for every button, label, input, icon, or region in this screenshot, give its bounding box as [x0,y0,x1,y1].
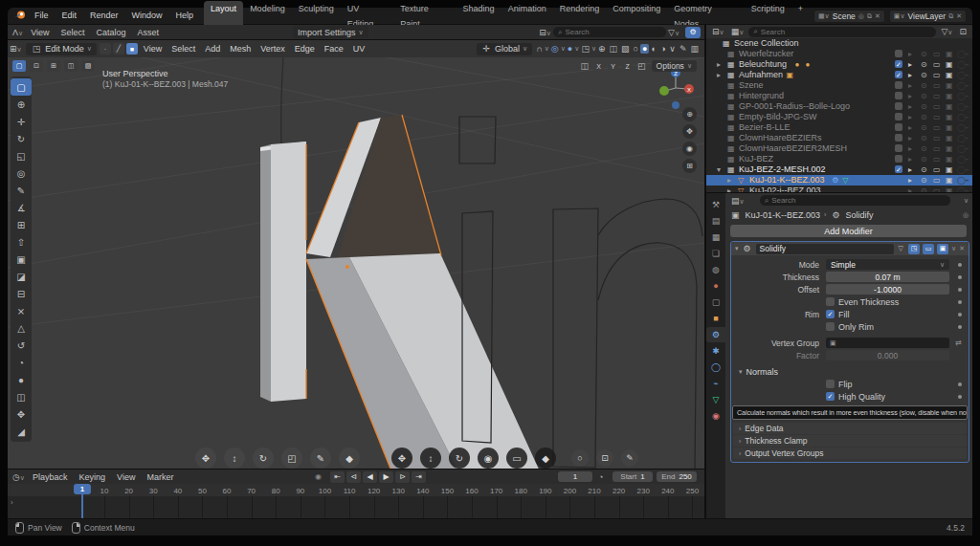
mirror-y-button[interactable]: Y [608,61,618,72]
collection-checkbox[interactable] [895,113,902,120]
eye-icon[interactable]: ⊙ [921,59,927,70]
viewport-3d[interactable]: Z X ⊞∨ ◳ Edit Mode∨ ·╱■ ViewSelectAddMes… [8,40,704,469]
outliner-item-name[interactable]: Szene [739,80,764,91]
tool-smooth[interactable]: ● [11,371,32,388]
shading-solid-icon[interactable]: ● [640,44,649,54]
overlay-pan-button[interactable]: ✥ [195,448,216,469]
tool-bevel[interactable]: ◪ [11,268,32,285]
camera-view-icon[interactable]: ◉ [682,142,697,156]
tool-transform[interactable]: ◎ [11,164,32,182]
eye-icon[interactable]: ⊙ [921,49,927,59]
camera-icon[interactable]: ▣ [946,70,953,80]
play-reverse-button[interactable]: ◀ [363,471,377,483]
camera-icon[interactable]: ▣ [946,101,953,112]
tool-loop-cut[interactable]: ⊟ [11,285,32,302]
overlay-screen-button[interactable]: ▭ [506,448,527,469]
tab-world[interactable]: ● [706,278,725,294]
collection-checkbox[interactable]: ✓ [895,71,902,78]
eye-icon[interactable]: ⊙ [921,133,927,143]
current-frame-badge[interactable]: 1 [74,484,91,494]
collection-checkbox[interactable] [895,102,902,110]
camera-icon[interactable]: ▣ [946,112,953,122]
restriction-icon[interactable]: ⌁ [965,164,969,175]
scene-selector[interactable]: ▦∨ Scene ◎ ⧉ ✕ [813,10,885,23]
tab-modifiers[interactable]: ⚙ [706,327,725,342]
overlay-move-button[interactable]: ↕ [420,448,441,469]
outliner-row[interactable]: ▦ClownHaareBEZIERs▸⊙▭▣◯⌁ [706,133,972,143]
tab-render[interactable]: ▤ [706,213,725,229]
orientation-dropdown[interactable]: ✛ Global∨ [477,43,533,55]
filter-icon[interactable]: ▽∨ [939,27,954,36]
tab-object[interactable]: ■ [706,311,725,326]
menu-select[interactable]: Select [56,28,91,37]
tool-spin-duplicates[interactable]: ◔ [11,354,32,371]
zoom-icon[interactable]: ⊕ [682,107,697,121]
outliner-row[interactable]: ▦Empty-Bild-JPG-SW▸⊙▭▣◯⌁ [706,112,972,122]
tool-measure[interactable]: ∡ [11,199,32,216]
section-thickness-clamp[interactable]: ›Thickness Clamp [733,435,967,447]
tool-select-intersect[interactable]: ▨ [81,60,95,72]
menu-face[interactable]: Face [320,44,348,54]
overlay-rotate-button[interactable]: ↻ [449,448,470,469]
outliner-item-name[interactable]: ClownHaareBEZIERs [739,133,822,143]
outliner-row[interactable]: ▸▽KuJ-02-i--BEZ.003▸⊙▭▣◯⌁ [706,186,972,192]
modifier-name-field[interactable]: Solidify [756,244,894,254]
disclosure-icon[interactable]: ▸ [727,175,731,186]
camera-icon[interactable]: ▣ [946,59,953,70]
tool-shrink-fatten[interactable]: ✥ [11,405,32,423]
menu-vertex[interactable]: Vertex [256,44,290,54]
mode-dropdown[interactable]: ◳ Edit Mode∨ [26,43,97,55]
outliner-row[interactable]: ▦ClownHaareBEZIER2MESH▸⊙▭▣◯⌁ [706,143,972,154]
shading-wireframe-icon[interactable]: ○ [632,44,640,54]
pin-icon[interactable]: ◎ [963,211,969,219]
cursor-icon[interactable]: ▸ [908,154,912,164]
camera-icon[interactable]: ▣ [946,49,953,59]
expand-icon[interactable]: ▾ [735,245,739,252]
collection-checkbox[interactable] [895,81,902,89]
overlay-camera-button[interactable]: ◉ [478,448,499,469]
camera-icon[interactable]: ▣ [946,91,953,101]
display-render-icon[interactable]: ▣ [937,244,948,254]
new-collection-icon[interactable]: ⊡ [957,27,969,36]
restriction-icon[interactable]: ⌁ [965,80,969,91]
overlay-frame-all-button[interactable]: ⊡ [596,449,613,467]
timeline-tracks[interactable]: › [8,496,704,518]
cursor-icon[interactable]: ▸ [908,175,912,186]
outliner-row[interactable]: ▸▽KuJ-01-K--BEZ.003⚙▽▸⊙▭▣◯⌁ [706,175,972,186]
overlay-move-button[interactable]: ↕ [224,448,245,469]
tool-poly-build[interactable]: △ [11,319,32,337]
invert-vertex-group-icon[interactable]: ⇄ [955,339,962,347]
overlay-pan-button[interactable]: ✥ [391,448,412,469]
menu-uv[interactable]: UV [348,44,370,54]
restriction-icon[interactable]: ⌁ [965,49,969,59]
outliner-item-name[interactable]: ClownHaareBEZIER2MESH [739,143,847,154]
screen-icon[interactable]: ▭ [933,186,941,192]
outliner-item-name[interactable]: Scene Collection [734,38,799,49]
restriction-icon[interactable]: ⌁ [965,101,969,112]
disclosure-icon[interactable]: ▸ [727,186,731,192]
menu-marker[interactable]: Marker [141,472,179,482]
cursor-icon[interactable]: ▸ [908,112,912,122]
delete-viewlayer-icon[interactable]: ✕ [956,12,962,20]
breadcrumb-object[interactable]: KuJ-01-K--BEZ.003 [746,210,821,220]
high-quality-checkbox[interactable]: ✓ [826,392,835,401]
disclosure-icon[interactable]: ▾ [717,164,721,175]
orthographic-icon[interactable]: ⊞ [682,159,697,173]
collection-checkbox[interactable] [895,155,902,163]
outliner-row[interactable]: ▦Hintergrund▸⊙▭▣◯⌁ [706,91,972,101]
blender-logo-icon[interactable] [8,10,28,22]
extras-dropdown-icon[interactable]: ∨ [951,245,956,252]
viewlayer-selector[interactable]: ▣∨ ViewLayer ⧉ ✕ [889,10,967,23]
filter-icon[interactable]: ▽∨ [666,28,681,37]
menu-render[interactable]: Render [83,8,125,24]
tool-cursor[interactable]: ⊕ [11,96,32,113]
play-button[interactable]: ▶ [379,471,393,483]
mirror-z-button[interactable]: Z [622,61,633,72]
outliner-search-input[interactable] [761,28,932,36]
screen-icon[interactable]: ▭ [933,122,941,133]
disclosure-icon[interactable]: ▸ [717,70,721,80]
tab-object-data[interactable]: ▽ [706,392,725,407]
tab-material[interactable]: ◉ [706,408,725,424]
menu-window[interactable]: Window [125,8,169,24]
collection-checkbox[interactable] [895,92,902,99]
